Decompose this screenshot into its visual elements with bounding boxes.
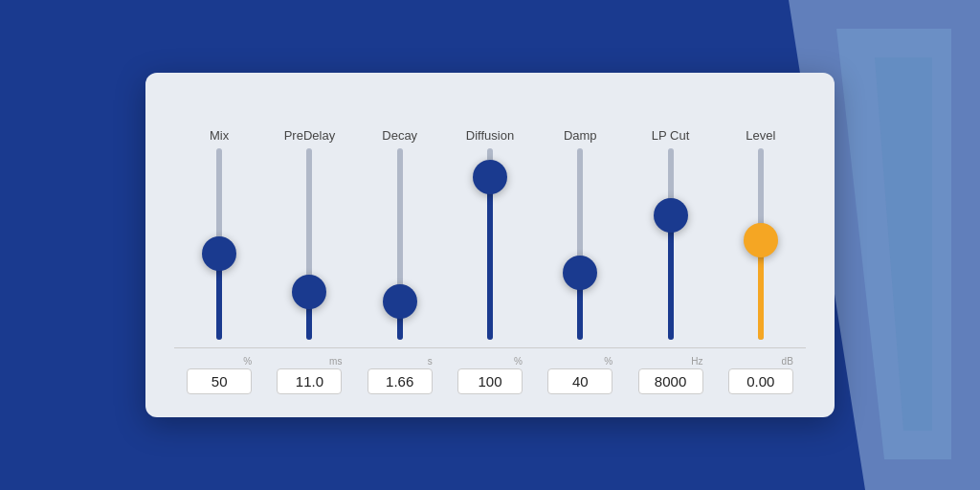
value-box-lpcut[interactable]: 8000 <box>638 368 703 394</box>
slider-label-lpcut: LP Cut <box>652 128 690 143</box>
value-wrapper-lpcut: Hz 8000 <box>633 356 709 394</box>
slider-label-decay: Decay <box>382 128 417 143</box>
slider-fill-diffusion <box>487 177 493 340</box>
slider-track-area-level[interactable] <box>723 148 799 340</box>
slider-column-damp: Damp <box>542 128 618 340</box>
slider-label-level: Level <box>746 128 775 143</box>
slider-label-mix: Mix <box>210 128 229 143</box>
value-wrapper-mix: % 50 <box>181 356 257 394</box>
value-wrapper-decay: s 1.66 <box>362 356 438 394</box>
slider-label-diffusion: Diffusion <box>466 128 514 143</box>
slider-thumb-predelay[interactable] <box>292 275 326 309</box>
value-unit-decay: s <box>428 356 433 367</box>
value-wrapper-damp: % 40 <box>542 356 618 394</box>
slider-track-area-mix[interactable] <box>181 148 257 340</box>
value-wrapper-diffusion: % 100 <box>452 356 528 394</box>
slider-track-area-diffusion[interactable] <box>452 148 528 340</box>
slider-column-diffusion: Diffusion <box>452 128 528 340</box>
value-unit-damp: % <box>604 356 612 367</box>
slider-track-area-lpcut[interactable] <box>633 148 709 340</box>
value-unit-lpcut: Hz <box>691 356 702 367</box>
svg-marker-2 <box>875 57 932 431</box>
slider-column-lpcut: LP Cut <box>633 128 709 340</box>
slider-track-area-damp[interactable] <box>542 148 618 340</box>
value-box-mix[interactable]: 50 <box>187 368 252 394</box>
slider-thumb-decay[interactable] <box>383 284 417 319</box>
header <box>0 0 980 57</box>
slider-label-damp: Damp <box>564 128 597 143</box>
slider-thumb-lpcut[interactable] <box>654 198 688 233</box>
value-unit-diffusion: % <box>514 356 523 367</box>
slider-thumb-damp[interactable] <box>563 256 597 290</box>
slider-column-decay: Decay <box>362 128 438 340</box>
slider-thumb-diffusion[interactable] <box>473 160 507 194</box>
value-unit-predelay: ms <box>329 356 342 367</box>
slider-column-mix: Mix <box>181 128 257 340</box>
value-box-row: % 50 ms 11.0 s 1.66 % 100 % 40 Hz 8000 d… <box>174 347 806 394</box>
value-box-damp[interactable]: 40 <box>547 368 612 394</box>
value-box-decay[interactable]: 1.66 <box>368 368 433 394</box>
value-box-predelay[interactable]: 11.0 <box>277 368 342 394</box>
slider-track-area-predelay[interactable] <box>271 148 347 340</box>
value-box-level[interactable]: 0.00 <box>728 368 793 394</box>
sliders-area: Mix PreDelay Decay Diffusion Damp <box>174 96 806 340</box>
svg-marker-1 <box>836 29 951 459</box>
slider-fill-lpcut <box>668 215 674 340</box>
value-unit-mix: % <box>243 356 252 367</box>
value-wrapper-level: dB 0.00 <box>723 356 799 394</box>
plugin-panel: Mix PreDelay Decay Diffusion Damp <box>145 73 835 417</box>
value-unit-level: dB <box>782 356 793 367</box>
slider-column-level: Level <box>723 128 799 340</box>
slider-column-predelay: PreDelay <box>271 128 347 340</box>
value-box-diffusion[interactable]: 100 <box>457 368 523 394</box>
value-wrapper-predelay: ms 11.0 <box>271 356 347 394</box>
slider-thumb-mix[interactable] <box>202 236 236 271</box>
slider-thumb-level[interactable] <box>744 223 778 257</box>
slider-label-predelay: PreDelay <box>284 128 335 143</box>
slider-track-area-decay[interactable] <box>362 148 438 340</box>
